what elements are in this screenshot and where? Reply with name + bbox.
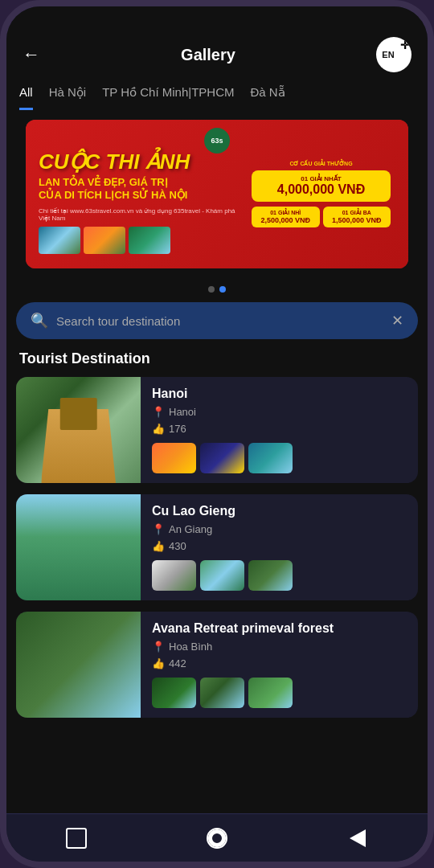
card-thumbs-0 bbox=[152, 443, 407, 473]
card-thumbs-1 bbox=[152, 560, 407, 591]
thumb-2-2 bbox=[248, 678, 293, 708]
location-icon-1: 📍 bbox=[152, 523, 165, 535]
card-location-0: 📍 Hanoi bbox=[152, 406, 407, 418]
banner-thumb-2 bbox=[84, 227, 125, 254]
nav-square-button[interactable] bbox=[62, 824, 91, 853]
thumb-2-0 bbox=[152, 678, 196, 708]
search-icon: 🔍 bbox=[31, 312, 48, 330]
tab-hcm[interactable]: TP Hồ Chí Minh|TPHCM bbox=[102, 85, 234, 110]
thumb-0-2 bbox=[248, 443, 293, 473]
dot-1[interactable] bbox=[208, 286, 215, 293]
section-title: Tourist Destination bbox=[6, 350, 428, 377]
card-likes-0: 👍 176 bbox=[152, 423, 407, 435]
card-likes-1: 👍 430 bbox=[152, 540, 407, 552]
prize-first: 01 GIẢI NHẤT 4,000,000 VNĐ bbox=[252, 170, 391, 202]
card-likes-2: 👍 442 bbox=[152, 657, 407, 669]
nav-back-button[interactable] bbox=[343, 824, 372, 853]
card-location-1: 📍 An Giang bbox=[152, 523, 407, 535]
card-info-culao: Cu Lao Gieng 📍 An Giang 👍 430 bbox=[141, 494, 418, 600]
card-image-culao bbox=[16, 494, 141, 600]
tab-bar: All Hà Nội TP Hồ Chí Minh|TPHCM Đà Nẵ bbox=[6, 80, 428, 110]
card-image-hanoi bbox=[16, 377, 141, 483]
header: ← Gallery EN ✛ bbox=[6, 29, 428, 80]
thumb-0-1 bbox=[200, 443, 244, 473]
main-content: 63s CUỘC THI ẢNH LAN TỎA VẺ ĐẸP, GIÁ TRỊ… bbox=[6, 110, 428, 813]
banner-thumb-3 bbox=[129, 227, 170, 254]
likes-icon-2: 👍 bbox=[152, 657, 165, 669]
card-image-avana bbox=[16, 612, 141, 718]
prize-header: CƠ CẤU GIẢI THƯỞNG bbox=[252, 161, 391, 167]
destination-card-0[interactable]: Hanoi 📍 Hanoi 👍 176 bbox=[16, 377, 418, 483]
nav-home-button[interactable] bbox=[203, 824, 231, 853]
banner-subtitle: LAN TỎA VẺ ĐẸP, GIÁ TRỊ CỦA DI TÍCH LỊCH… bbox=[39, 176, 247, 201]
destination-card-1[interactable]: Cu Lao Gieng 📍 An Giang 👍 430 bbox=[16, 494, 418, 600]
banner-image-strip bbox=[39, 227, 247, 254]
status-bar bbox=[6, 6, 428, 29]
search-bar[interactable]: 🔍 ✕ bbox=[16, 302, 418, 339]
dot-2[interactable] bbox=[219, 286, 226, 293]
banner-detail: Chi tiết tại www.63stravel.com.vn và ứng… bbox=[39, 207, 247, 222]
phone-frame: ← Gallery EN ✛ All Hà Nội TP Hồ Chí Minh… bbox=[0, 0, 434, 868]
card-name-1: Cu Lao Gieng bbox=[152, 504, 407, 518]
brand-logo: 63s bbox=[204, 128, 230, 154]
likes-icon-0: 👍 bbox=[152, 423, 165, 435]
card-info-avana: Avana Retreat primeval forest 📍 Hoa Bình… bbox=[141, 612, 418, 718]
thumb-1-0 bbox=[152, 560, 196, 591]
card-name-2: Avana Retreat primeval forest bbox=[152, 621, 407, 636]
thumb-0-0 bbox=[152, 443, 196, 473]
likes-icon-1: 👍 bbox=[152, 540, 165, 552]
location-icon-2: 📍 bbox=[152, 641, 165, 653]
tab-danang[interactable]: Đà Nẵ bbox=[251, 85, 285, 110]
promo-banner[interactable]: 63s CUỘC THI ẢNH LAN TỎA VẺ ĐẸP, GIÁ TRỊ… bbox=[26, 120, 408, 268]
clear-search-icon[interactable]: ✕ bbox=[391, 312, 403, 330]
search-input[interactable] bbox=[56, 314, 383, 328]
location-icon-0: 📍 bbox=[152, 406, 165, 418]
lang-label: EN bbox=[382, 50, 394, 59]
banner-prize-section: CƠ CẤU GIẢI THƯỞNG 01 GIẢI NHẤT 4,000,00… bbox=[247, 156, 395, 232]
card-thumbs-2 bbox=[152, 678, 407, 708]
prize-third: 01 GIẢI BA 1,500,000 VNĐ bbox=[323, 207, 391, 227]
card-name-0: Hanoi bbox=[152, 387, 407, 401]
card-info-hanoi: Hanoi 📍 Hanoi 👍 176 bbox=[141, 377, 418, 483]
flag-icon: ✛ bbox=[400, 39, 410, 51]
thumb-1-2 bbox=[248, 560, 293, 591]
page-title: Gallery bbox=[181, 46, 235, 64]
thumb-1-1 bbox=[200, 560, 244, 591]
back-button[interactable]: ← bbox=[23, 44, 40, 65]
language-button[interactable]: EN ✛ bbox=[376, 37, 411, 72]
destination-card-2[interactable]: Avana Retreat primeval forest 📍 Hoa Bình… bbox=[16, 612, 418, 718]
banner-dots bbox=[16, 280, 418, 296]
banner-thumb-1 bbox=[39, 227, 80, 254]
tab-all[interactable]: All bbox=[19, 85, 33, 110]
tab-hanoi[interactable]: Hà Nội bbox=[49, 85, 87, 110]
thumb-2-1 bbox=[200, 678, 244, 708]
prize-second: 01 GIẢI NHÌ 2,500,000 VNĐ bbox=[252, 207, 320, 227]
card-location-2: 📍 Hoa Bình bbox=[152, 641, 407, 653]
nav-bar bbox=[6, 813, 428, 862]
